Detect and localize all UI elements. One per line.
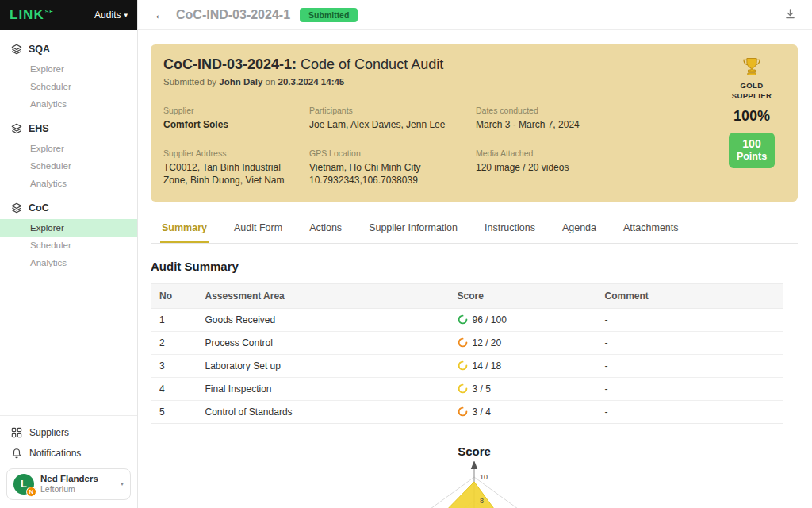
table-row[interactable]: 4 Final Inspection 3 / 5 - <box>151 377 783 400</box>
cell-comment: - <box>597 331 783 354</box>
field-label: Supplier Address <box>163 148 309 158</box>
content: CoC-IND-03-2024-1: Code of Conduct Audit… <box>138 30 812 508</box>
bell-icon <box>11 448 22 459</box>
chevron-down-icon: ▾ <box>124 11 128 19</box>
score-gauge-icon <box>458 406 468 417</box>
avatar-badge: N <box>26 487 36 497</box>
user-org: Leftorium <box>40 484 114 495</box>
sidebar-section-label: SQA <box>29 44 50 55</box>
table-row[interactable]: 1 Goods Received 96 / 100 - <box>151 308 783 331</box>
sidebar-item-coc-explorer[interactable]: Explorer <box>0 219 137 237</box>
cell-area: Goods Received <box>197 308 450 331</box>
cell-no: 3 <box>151 354 197 377</box>
sidebar-nav: SQA Explorer Scheduler Analytics EHS Exp… <box>0 30 137 276</box>
score-gauge-icon <box>458 383 468 394</box>
field-supplier-address: Supplier Address TC0012, Tan Binh Indust… <box>163 148 309 187</box>
cell-comment: - <box>597 354 783 377</box>
field-media-attached: Media Attached 120 image / 20 videos <box>476 148 658 187</box>
field-gps-location: GPS Location Vietnam, Ho Chi Minh City 1… <box>309 148 476 187</box>
download-button[interactable] <box>784 8 796 22</box>
sidebar-section-sqa-header[interactable]: SQA <box>0 38 137 60</box>
points-value: 100 <box>737 137 767 152</box>
cell-no: 2 <box>151 331 197 354</box>
cell-no: 1 <box>151 308 197 331</box>
sidebar-item-sqa-scheduler[interactable]: Scheduler <box>0 78 137 95</box>
cell-area: Process Control <box>197 331 450 354</box>
table-header-row: No Assessment Area Score Comment <box>151 283 783 308</box>
audit-title: CoC-IND-03-2024-1: Code of Conduct Audit <box>163 56 785 73</box>
points-label: Points <box>737 151 767 164</box>
page-title: CoC-IND-03-2024-1 <box>176 8 290 22</box>
field-dates-conducted: Dates conducted March 3 - March 7, 2024 <box>476 106 658 131</box>
sidebar-item-sqa-explorer[interactable]: Explorer <box>0 60 137 78</box>
column-no: No <box>151 283 197 308</box>
audits-dropdown-label: Audits <box>94 10 121 21</box>
cell-no: 4 <box>151 377 197 400</box>
table-row[interactable]: 3 Laboratory Set up 14 / 18 - <box>151 354 783 377</box>
back-button[interactable]: ← <box>154 8 167 22</box>
table-row[interactable]: 5 Control of Standards 3 / 4 - <box>151 400 783 423</box>
layers-icon <box>11 123 22 134</box>
field-participants: Participants Joe Lam, Alex Davies, Jenn … <box>309 106 476 131</box>
suppliers-grid-icon <box>11 427 22 438</box>
audit-header-card: CoC-IND-03-2024-1: Code of Conduct Audit… <box>151 44 798 202</box>
score-text: 96 / 100 <box>473 314 507 325</box>
field-value: TC0012, Tan Binh Industrial Zone, Binh D… <box>163 161 302 187</box>
score-gauge-icon <box>458 337 468 348</box>
points-badge: 100 Points <box>729 133 775 168</box>
radar-svg: 246810 <box>308 461 641 508</box>
status-badge: Submitted <box>300 8 358 22</box>
table-row[interactable]: 2 Process Control 12 / 20 - <box>151 331 783 354</box>
audit-summary-heading: Audit Summary <box>151 260 798 273</box>
score-text: 12 / 20 <box>473 337 502 348</box>
topbar: ← CoC-IND-03-2024-1 Submitted <box>138 0 812 30</box>
sidebar-item-ehs-scheduler[interactable]: Scheduler <box>0 157 137 175</box>
tab-actions[interactable]: Actions <box>308 216 343 243</box>
tab-summary[interactable]: Summary <box>160 216 209 243</box>
column-score: Score <box>450 283 597 308</box>
audits-dropdown[interactable]: Audits ▾ <box>94 10 128 21</box>
sidebar-section-ehs-header[interactable]: EHS <box>0 117 137 140</box>
score-text: 14 / 18 <box>473 360 502 371</box>
sidebar-item-ehs-explorer[interactable]: Explorer <box>0 140 137 157</box>
submitted-on-word: on <box>266 77 276 87</box>
sidebar-section-sqa: SQA Explorer Scheduler Analytics <box>0 38 137 113</box>
sidebar-item-notifications[interactable]: Notifications <box>6 443 131 464</box>
sidebar-section-coc-header[interactable]: CoC <box>0 197 137 219</box>
field-supplier: Supplier Comfort Soles <box>163 106 309 131</box>
sidebar-item-sqa-analytics[interactable]: Analytics <box>0 95 137 113</box>
user-menu[interactable]: L N Ned Flanders Leftorium ▾ <box>6 468 131 500</box>
sidebar-item-coc-scheduler[interactable]: Scheduler <box>0 237 137 254</box>
score-radar-chart: 246810 <box>308 461 641 508</box>
audit-title-name: Code of Conduct Audit <box>297 56 443 72</box>
sidebar-item-suppliers[interactable]: Suppliers <box>6 422 131 443</box>
tab-supplier-information[interactable]: Supplier Information <box>367 216 459 243</box>
tab-attachments[interactable]: Attachments <box>622 216 680 243</box>
logo[interactable]: LINKSE <box>10 7 54 23</box>
cell-area: Laboratory Set up <box>197 354 450 377</box>
tab-instructions[interactable]: Instructions <box>483 216 537 243</box>
layers-icon <box>11 202 22 214</box>
tab-bar: Summary Audit Form Actions Supplier Info… <box>151 216 798 244</box>
column-area: Assessment Area <box>197 283 450 308</box>
tab-agenda[interactable]: Agenda <box>561 216 598 243</box>
cell-score: 12 / 20 <box>458 337 589 348</box>
score-chart-title: Score <box>151 444 798 458</box>
trophy-icon <box>741 56 763 78</box>
field-value: Joe Lam, Alex Davies, Jenn Lee <box>309 118 448 131</box>
award-tier-label: GOLD SUPPLIER <box>728 81 776 102</box>
sidebar-section-label: EHS <box>29 123 49 134</box>
field-label: Participants <box>309 106 476 115</box>
tab-audit-form[interactable]: Audit Form <box>232 216 284 243</box>
sidebar-item-coc-analytics[interactable]: Analytics <box>0 254 137 271</box>
score-text: 3 / 5 <box>473 383 491 394</box>
download-icon <box>784 8 796 20</box>
svg-text:10: 10 <box>480 473 488 481</box>
award-percent: 100% <box>733 108 770 125</box>
field-label: GPS Location <box>309 148 476 158</box>
sidebar-item-ehs-analytics[interactable]: Analytics <box>0 175 137 192</box>
sidebar-footer: Suppliers Notifications L N Ned Flanders… <box>0 415 137 508</box>
chevron-down-icon: ▾ <box>121 480 124 487</box>
brand-header: LINKSE Audits ▾ <box>0 0 137 30</box>
main-area: ← CoC-IND-03-2024-1 Submitted CoC-IND-03… <box>138 0 812 508</box>
